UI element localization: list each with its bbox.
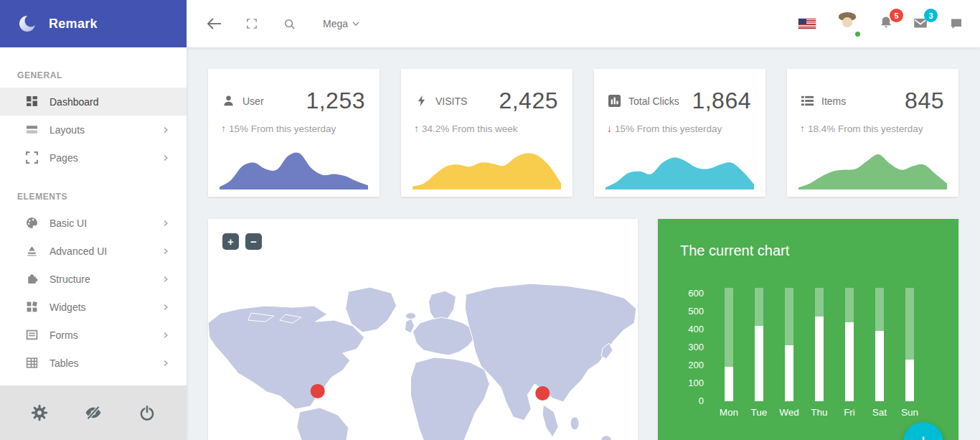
trend-up-arrow-icon: ↑ bbox=[800, 123, 805, 134]
sidebar-item-pages[interactable]: Pages bbox=[0, 144, 187, 172]
sidebar-item-structure[interactable]: Structure bbox=[0, 265, 187, 293]
stat-card-user: User 1,253 ↑ 15% From this yesterday bbox=[208, 69, 380, 197]
sidebar-item-label: Tables bbox=[50, 357, 162, 369]
sidebar: Remark GENERAL Dashboard Layouts bbox=[0, 0, 187, 440]
sidebar-footer bbox=[0, 385, 187, 440]
bar-track bbox=[785, 288, 793, 401]
table-grid-icon bbox=[26, 357, 38, 369]
bar-track bbox=[725, 288, 733, 401]
main-content: User 1,253 ↑ 15% From this yesterday bbox=[187, 47, 980, 440]
brand[interactable]: Remark bbox=[0, 0, 187, 47]
trend-up-arrow-icon: ↑ bbox=[221, 123, 226, 134]
menu-collapse-arrow-icon[interactable] bbox=[205, 14, 224, 33]
stat-card-visits: VISITS 2,425 ↑ 34.2% From this week bbox=[401, 69, 573, 197]
y-tick-label: 400 bbox=[688, 324, 704, 334]
topbar: Mega 5 3 bbox=[187, 0, 980, 47]
nav-section-heading-general: GENERAL bbox=[0, 60, 187, 88]
bar-column: Wed bbox=[774, 288, 804, 418]
dashboard-page: Remark GENERAL Dashboard Layouts bbox=[0, 0, 980, 440]
sidebar-item-basic-ui[interactable]: Basic UI bbox=[0, 209, 187, 237]
bar-column: Fri bbox=[834, 288, 864, 418]
bar-track bbox=[755, 288, 763, 401]
visits-sparkline-chart bbox=[413, 138, 561, 189]
stat-card-items: Items 845 ↑ 18.4% From this yesterday bbox=[787, 69, 958, 197]
x-tick-label: Tue bbox=[751, 407, 768, 418]
add-fab-button[interactable]: + bbox=[903, 422, 943, 440]
online-status-dot bbox=[854, 30, 862, 38]
power-icon[interactable] bbox=[138, 404, 156, 421]
clicks-sparkline-chart bbox=[606, 138, 754, 189]
y-tick-label: 300 bbox=[688, 342, 704, 352]
search-icon[interactable] bbox=[280, 14, 298, 33]
bar-value bbox=[815, 317, 824, 401]
x-tick-label: Mon bbox=[720, 407, 738, 418]
mega-menu-dropdown[interactable]: Mega bbox=[323, 18, 359, 29]
list-icon bbox=[800, 94, 814, 108]
bar-column: Sat bbox=[864, 288, 895, 418]
crescent-moon-icon bbox=[17, 13, 39, 34]
notification-badge: 5 bbox=[890, 9, 903, 22]
chevron-right-icon bbox=[162, 360, 169, 367]
nav-section-heading-elements: ELEMENTS bbox=[0, 182, 187, 209]
panels-row: + − bbox=[187, 197, 980, 440]
message-badge: 3 bbox=[924, 9, 938, 22]
sidebar-item-widgets[interactable]: Widgets bbox=[0, 293, 187, 321]
map-marker[interactable] bbox=[535, 386, 550, 401]
stat-value: 1,253 bbox=[306, 88, 365, 114]
sidebar-item-label: Widgets bbox=[50, 301, 162, 313]
chevron-right-icon bbox=[162, 304, 169, 311]
bar-value bbox=[845, 322, 854, 401]
chat-icon[interactable] bbox=[947, 14, 966, 33]
sidebar-item-forms[interactable]: Forms bbox=[0, 321, 187, 349]
pages-corners-icon bbox=[26, 151, 38, 164]
stat-label: User bbox=[242, 95, 264, 107]
bar-track bbox=[875, 288, 884, 401]
sidebar-item-layouts[interactable]: Layouts bbox=[0, 116, 187, 144]
sidebar-item-dashboard[interactable]: Dashboard bbox=[0, 88, 187, 116]
us-flag-icon[interactable] bbox=[798, 18, 816, 29]
map-zoom-in-button[interactable]: + bbox=[222, 233, 239, 250]
bolt-icon bbox=[414, 94, 428, 108]
layout-icon bbox=[26, 123, 38, 136]
world-map[interactable] bbox=[208, 219, 638, 440]
world-map-panel: + − bbox=[208, 219, 638, 440]
bar-track bbox=[845, 288, 854, 401]
stat-value: 845 bbox=[905, 88, 944, 114]
user-sparkline-chart bbox=[220, 138, 368, 189]
bar-track bbox=[905, 288, 914, 401]
stat-label: Items bbox=[821, 95, 846, 107]
weekly-bar-chart: 0100200300400500600 MonTueWedThuFriSatSu… bbox=[681, 288, 958, 418]
map-zoom-out-button[interactable]: − bbox=[245, 233, 262, 250]
widgets-icon bbox=[26, 301, 38, 313]
bar-track bbox=[815, 288, 824, 401]
items-sparkline-chart bbox=[798, 138, 947, 189]
messages-button[interactable]: 3 bbox=[913, 15, 930, 32]
map-marker[interactable] bbox=[311, 384, 325, 398]
gear-icon[interactable] bbox=[31, 404, 48, 421]
notifications-button[interactable]: 5 bbox=[878, 15, 895, 32]
fullscreen-icon[interactable] bbox=[242, 14, 261, 33]
bar-column: Sun bbox=[895, 288, 925, 418]
eye-off-icon[interactable] bbox=[85, 404, 102, 421]
sidebar-item-advanced-ui[interactable]: Advanced UI bbox=[0, 237, 187, 265]
x-tick-label: Fri bbox=[844, 407, 855, 418]
trend-down-arrow-icon: ↓ bbox=[607, 123, 612, 134]
ink-dropper-icon bbox=[26, 245, 38, 257]
y-tick-label: 600 bbox=[688, 289, 704, 299]
sidebar-item-tables[interactable]: Tables bbox=[0, 349, 187, 377]
sidebar-item-label: Pages bbox=[50, 152, 162, 164]
x-tick-label: Sat bbox=[872, 407, 887, 418]
puzzle-icon bbox=[26, 273, 38, 285]
bar-column: Tue bbox=[744, 288, 774, 418]
trend-up-arrow-icon: ↑ bbox=[414, 123, 419, 134]
sidebar-item-label: Layouts bbox=[50, 124, 162, 136]
user-avatar[interactable] bbox=[834, 10, 861, 37]
trend-text: 18.4% From this yesterday bbox=[808, 123, 923, 134]
bar-chart-icon bbox=[607, 94, 621, 108]
dashboard-grid-icon bbox=[26, 95, 38, 108]
sidebar-item-label: Forms bbox=[50, 329, 162, 341]
trend-text: 15% From this yesterday bbox=[615, 123, 722, 134]
chevron-right-icon bbox=[162, 154, 169, 162]
sidebar-item-label: Basic UI bbox=[50, 217, 162, 229]
sidebar-item-label: Dashboard bbox=[50, 96, 169, 108]
